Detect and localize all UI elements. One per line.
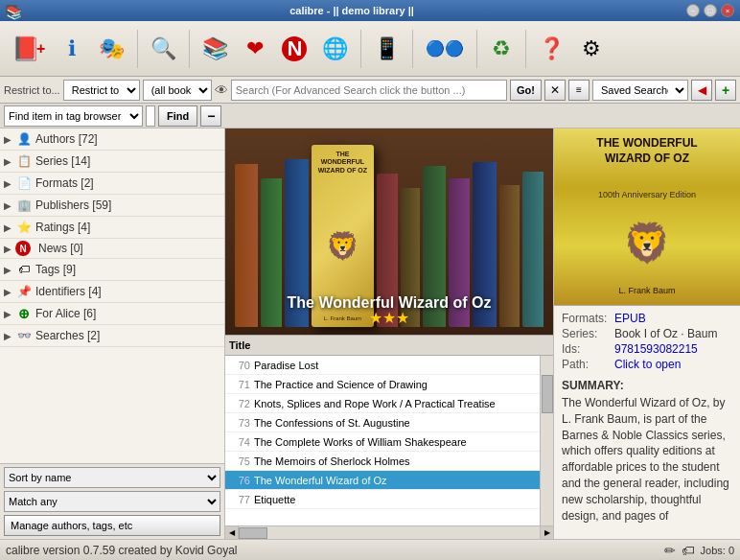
add-books-button[interactable]: 📕+: [6, 34, 51, 64]
cover-title-line1: The Wonderful: [596, 136, 697, 150]
sidebar-item-identifiers[interactable]: ▶ 📌 Identifiers [4]: [0, 281, 224, 303]
app-icon: 📚: [6, 5, 17, 16]
expand-arrow: ▶: [4, 265, 15, 275]
book-title: The Complete Works of William Shakespear…: [254, 436, 536, 448]
maximize-button[interactable]: □: [704, 4, 717, 17]
manage-button[interactable]: Manage authors, tags, etc: [4, 515, 220, 536]
sidebar-item-series[interactable]: ▶ 📋 Series [14]: [0, 151, 224, 173]
summary-text: The Wonderful Wizard of Oz, by L. Frank …: [562, 395, 732, 524]
tag-bottom-icon[interactable]: 🏷: [682, 543, 695, 558]
jobs-button[interactable]: ♻: [484, 35, 519, 63]
list-item[interactable]: 75The Memoirs of Sherlock Holmes: [225, 452, 540, 471]
formats-label: Formats:: [562, 312, 614, 325]
preferences-button[interactable]: ⚙: [574, 35, 609, 63]
cover-lion-icon: 🦁: [623, 223, 671, 262]
book-number: 75: [229, 455, 250, 467]
publishers-label: Publishers [59]: [35, 198, 111, 212]
list-item[interactable]: 74The Complete Works of William Shakespe…: [225, 432, 540, 452]
list-item[interactable]: 70Paradise Lost: [225, 356, 540, 375]
add-saved-search-button[interactable]: +: [715, 80, 736, 101]
close-button[interactable]: ×: [721, 4, 734, 17]
virtual-library-icon[interactable]: 👁: [215, 82, 228, 98]
connect-button[interactable]: 📱: [368, 35, 405, 63]
searches-icon: 👓: [15, 327, 33, 344]
horizontal-scrollbar[interactable]: ◀ ▶: [225, 525, 553, 539]
list-item[interactable]: 71The Practice and Science of Drawing: [225, 375, 540, 394]
foralice-label: For Alice [6]: [35, 307, 96, 320]
search-bar: Restrict to... Restrict to... (all books…: [0, 77, 740, 104]
ids-row: Ids: 9781593082215: [562, 342, 732, 356]
list-item[interactable]: 76The Wonderful Wizard of Oz: [225, 471, 540, 490]
sidebar-item-searches[interactable]: ▶ 👓 Searches [2]: [0, 325, 224, 347]
sidebar-item-ratings[interactable]: ▶ ⭐ Ratings [4]: [0, 217, 224, 239]
foralice-icon: ⊕: [15, 305, 33, 322]
list-item[interactable]: 77Etiquette: [225, 490, 540, 509]
gear-icon: ⚙: [582, 38, 601, 59]
find-in-tag-select[interactable]: Find item in tag browser: [4, 105, 143, 127]
save-search-button[interactable]: ◀: [691, 80, 712, 101]
search-icon: 🔍: [150, 38, 176, 59]
hscroll-left-button[interactable]: ◀: [225, 526, 239, 540]
list-item[interactable]: 73The Confessions of St. Augustine: [225, 413, 540, 432]
find-tag-button[interactable]: Find: [158, 105, 197, 127]
book-title: Paradise Lost: [254, 360, 536, 371]
search-input[interactable]: [231, 80, 507, 101]
window-controls[interactable]: − □ ×: [686, 4, 734, 17]
book-title: Knots, Splices and Rope Work / A Practic…: [254, 398, 536, 409]
sort-by-select[interactable]: Sort by name Sort by popularity Sort by …: [4, 467, 220, 488]
book-stars-overlay: ★★★: [225, 309, 553, 327]
path-value[interactable]: Click to open: [614, 358, 681, 371]
library-button[interactable]: 📚: [197, 35, 234, 63]
book-list-scrollbar[interactable]: [540, 356, 553, 525]
tag-search-input[interactable]: [146, 105, 155, 127]
info-icon: ℹ: [68, 38, 76, 59]
book-number: 73: [229, 417, 250, 429]
tweak-book-button[interactable]: 🔵🔵: [420, 37, 470, 60]
clear-search-button[interactable]: ✕: [544, 80, 566, 101]
scroll-thumb[interactable]: [542, 375, 553, 413]
edit-bottom-icon[interactable]: ✏: [664, 543, 676, 558]
tags-icon: 🏷: [15, 261, 33, 278]
get-books-button[interactable]: 🌐: [316, 35, 354, 63]
sidebar-item-foralice[interactable]: ▶ ⊕ For Alice [6]: [0, 303, 224, 325]
restrict-select[interactable]: Restrict to...: [63, 80, 140, 101]
book-number: 74: [229, 436, 250, 448]
sidebar-item-tags[interactable]: ▶ 🏷 Tags [9]: [0, 259, 224, 281]
fetch-news-button[interactable]: N: [276, 33, 312, 65]
go-button[interactable]: Go!: [510, 80, 542, 101]
book-title: The Wonderful Wizard of Oz: [254, 475, 536, 486]
expand-arrow: ▶: [4, 200, 15, 211]
help-button[interactable]: ❓: [533, 35, 570, 63]
sidebar-item-authors[interactable]: ▶ 👤 Authors [72]: [0, 128, 224, 151]
book-number: 77: [229, 494, 250, 505]
all-books-select[interactable]: (all books): [143, 80, 212, 101]
minimize-button[interactable]: −: [686, 4, 700, 17]
window-title: calibre - || demo library ||: [17, 5, 686, 16]
donate-button[interactable]: ❤: [238, 35, 272, 63]
hscroll-right-button[interactable]: ▶: [540, 526, 553, 540]
sidebar-item-formats[interactable]: ▶ 📄 Formats [2]: [0, 173, 224, 195]
toolbar: 📕+ ℹ 🎭 🔍 📚 ❤ N 🌐 📱 🔵🔵 ♻ ❓: [0, 21, 740, 77]
match-select[interactable]: Match any Match all: [4, 491, 220, 512]
series-value: Book I of Oz · Baum: [614, 327, 717, 340]
list-item[interactable]: 72Knots, Splices and Rope Work / A Pract…: [225, 394, 540, 413]
news-label: News [0]: [38, 242, 83, 255]
sidebar-item-news[interactable]: ▶ N News [0]: [0, 239, 224, 259]
ratings-icon: ⭐: [15, 219, 33, 236]
separator-2: [189, 30, 190, 68]
main-area: ▶ 👤 Authors [72] ▶ 📋 Series [14] ▶ 📄 For…: [0, 128, 740, 539]
jobs-label: Jobs: 0: [701, 545, 734, 556]
book-details-button[interactable]: ℹ: [55, 35, 89, 63]
edit-metadata-button[interactable]: 🎭: [93, 35, 130, 63]
advanced-search-button[interactable]: ≡: [568, 80, 590, 101]
authors-label: Authors [72]: [35, 132, 98, 146]
sidebar-item-publishers[interactable]: ▶ 🏢 Publishers [59]: [0, 195, 224, 217]
search-button[interactable]: 🔍: [145, 35, 182, 63]
tag-browser-spacer: [0, 347, 224, 463]
expand-arrow: ▶: [4, 287, 15, 297]
separator-3: [360, 30, 361, 68]
saved-searches-select[interactable]: Saved Searches: [592, 80, 688, 101]
ids-value[interactable]: 9781593082215: [614, 342, 698, 356]
formats-value[interactable]: EPUB: [614, 312, 646, 325]
collapse-tag-button[interactable]: −: [200, 105, 221, 127]
